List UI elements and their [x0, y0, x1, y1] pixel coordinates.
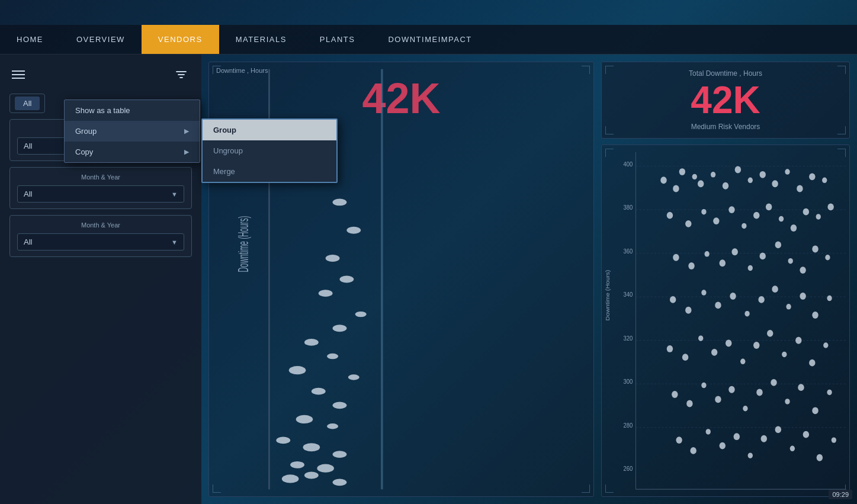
svg-point-96	[667, 345, 673, 352]
nav-overview[interactable]: Overview	[60, 25, 142, 54]
menu-item-show-table[interactable]: Show as a table	[65, 100, 200, 121]
svg-point-120	[676, 436, 682, 444]
svg-point-88	[730, 293, 736, 300]
menu-item-merge-action[interactable]: Merge	[203, 161, 336, 182]
svg-point-110	[701, 383, 706, 388]
svg-point-63	[728, 206, 734, 213]
svg-point-87	[715, 301, 721, 309]
svg-text:Downtime (Hours): Downtime (Hours)	[604, 270, 610, 321]
svg-point-58	[822, 178, 827, 183]
svg-point-74	[704, 251, 709, 256]
svg-point-124	[734, 433, 740, 440]
svg-point-72	[673, 254, 679, 261]
svg-point-75	[720, 259, 726, 267]
svg-point-48	[698, 180, 704, 187]
nav-downtime[interactable]: DowntimeImpact	[371, 25, 488, 54]
nav-vendors[interactable]: Vendors	[142, 25, 219, 54]
svg-point-47	[673, 185, 679, 192]
svg-point-125	[748, 452, 753, 458]
chevron-down-icon-2: ▼	[171, 191, 178, 198]
svg-point-93	[800, 293, 805, 300]
svg-point-91	[772, 285, 778, 293]
kpi-card: Total Downtime , Hours 42K Medium Risk V…	[601, 62, 850, 139]
svg-point-128	[790, 446, 795, 451]
svg-point-92	[786, 304, 791, 309]
svg-text:400: 400	[624, 160, 633, 168]
svg-point-115	[771, 379, 776, 386]
svg-point-99	[711, 349, 717, 356]
svg-point-21	[317, 464, 334, 473]
svg-point-108	[672, 391, 678, 398]
kpi-value: 42K	[691, 81, 760, 119]
svg-point-11	[289, 366, 306, 374]
svg-point-130	[817, 454, 823, 461]
menu-item-group-action[interactable]: Group	[203, 120, 336, 140]
filter-icon[interactable]	[173, 66, 190, 83]
svg-point-50	[723, 182, 728, 190]
svg-point-44	[660, 176, 666, 184]
svg-point-76	[731, 248, 737, 255]
svg-point-9	[304, 339, 319, 346]
svg-point-127	[775, 426, 781, 433]
svg-point-85	[685, 307, 691, 314]
svg-point-113	[743, 406, 747, 411]
svg-point-84	[670, 296, 676, 303]
svg-point-15	[296, 415, 313, 423]
nav-materials[interactable]: Materials	[219, 25, 303, 54]
svg-point-114	[756, 389, 762, 396]
svg-point-77	[748, 265, 753, 271]
menu-item-copy[interactable]: Copy ▶	[65, 142, 200, 162]
svg-point-68	[791, 224, 797, 232]
svg-point-6	[319, 290, 333, 297]
chart-panel-right: Total Downtime , Hours 42K Medium Risk V…	[601, 62, 850, 497]
filter-select-value-3: All	[24, 237, 32, 246]
svg-point-49	[711, 172, 715, 177]
kpi-label: Total Downtime , Hours	[689, 69, 762, 78]
nav-home[interactable]: Home	[0, 25, 60, 54]
kpi-corner-bl	[605, 126, 614, 134]
arrow-icon-group: ▶	[184, 127, 189, 135]
svg-point-3	[346, 227, 361, 234]
svg-point-13	[312, 388, 326, 395]
svg-text:320: 320	[624, 335, 633, 342]
context-menu-primary: Show as a table Group ▶ Copy ▶	[64, 99, 200, 163]
svg-point-105	[795, 337, 801, 344]
chevron-down-icon-3: ▼	[171, 239, 178, 246]
svg-text:360: 360	[624, 248, 633, 255]
svg-point-53	[759, 171, 765, 178]
svg-point-8	[333, 325, 347, 332]
svg-text:300: 300	[624, 378, 633, 386]
filter-select-2[interactable]: All ▼	[17, 185, 184, 203]
svg-point-103	[767, 330, 773, 337]
svg-point-52	[748, 178, 753, 183]
svg-point-51	[735, 166, 741, 174]
nav-plants[interactable]: Plants	[303, 25, 372, 54]
filter-select-3[interactable]: All ▼	[17, 233, 184, 251]
hamburger-icon[interactable]	[12, 70, 25, 79]
svg-point-122	[706, 429, 711, 434]
timestamp: 09:29	[829, 490, 852, 499]
svg-point-73	[688, 262, 694, 269]
corner-bl	[213, 484, 221, 493]
svg-point-121	[690, 447, 696, 454]
kpi-corner-tl	[605, 66, 614, 74]
svg-point-64	[742, 223, 746, 229]
all-button[interactable]: All	[15, 97, 40, 110]
svg-point-61	[701, 209, 706, 214]
svg-point-5	[339, 276, 354, 283]
menu-item-ungroup-action[interactable]: Ungroup	[203, 140, 336, 161]
svg-point-62	[713, 217, 719, 224]
svg-point-14	[333, 402, 347, 409]
svg-text:280: 280	[624, 422, 633, 429]
svg-point-56	[797, 185, 803, 192]
svg-point-83	[825, 255, 830, 260]
menu-item-group[interactable]: Group ▶	[65, 121, 200, 142]
svg-point-117	[798, 384, 804, 391]
sidebar-header	[9, 62, 192, 88]
svg-point-102	[753, 342, 759, 349]
svg-point-104	[782, 352, 787, 357]
svg-point-24	[333, 479, 347, 486]
svg-point-95	[827, 296, 832, 301]
svg-point-86	[701, 290, 706, 295]
context-menu-secondary: Group Ungroup Merge	[201, 118, 338, 183]
